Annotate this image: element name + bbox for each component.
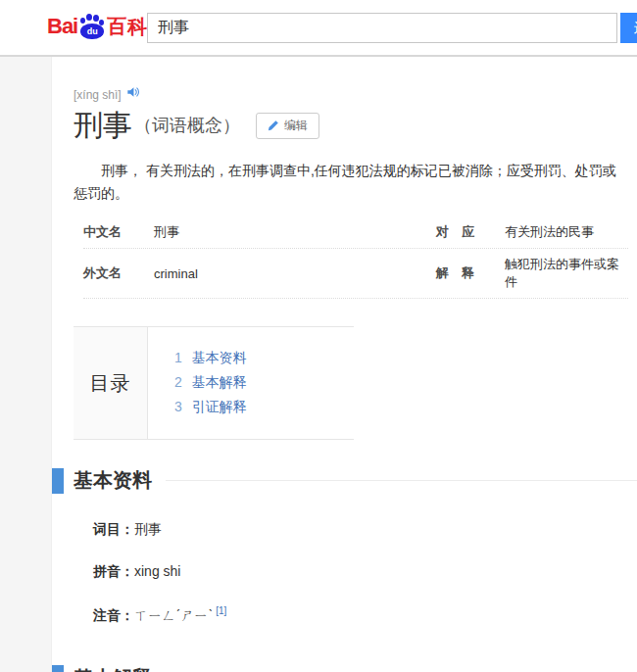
info-label: 对 应 xyxy=(436,223,505,241)
enter-entry-button[interactable]: 进入词条 xyxy=(620,13,637,43)
title-row: 刑事 （词语概念） 编辑 xyxy=(74,108,637,143)
section-basic-info: 基本资料 词目：刑事 拼音：xing shi 注音：ㄒㄧㄥˊㄕㄧˋ[1] xyxy=(74,467,637,626)
section-marker xyxy=(52,468,64,494)
section-title: 基本资料 xyxy=(74,467,152,494)
toc-item-number: 1 xyxy=(174,350,182,365)
pencil-icon xyxy=(268,120,279,131)
info-value: criminal xyxy=(154,266,436,281)
entry-word-line: 词目：刑事 xyxy=(93,519,637,540)
page-title: 刑事 xyxy=(74,108,132,143)
section-basic-explanation: 基本解释 (1) [penal;criminal] 刑事罪[1] xyxy=(74,665,637,672)
title-note: （词语概念） xyxy=(134,114,240,137)
toc-item-number: 2 xyxy=(174,374,182,390)
speaker-icon[interactable] xyxy=(126,85,140,99)
toc-list: 1基本资料 2基本解释 3引证解释 xyxy=(148,327,247,439)
info-label: 外文名 xyxy=(83,264,154,282)
basic-info-box: 中文名 刑事 对 应 有关刑法的民事 外文名 criminal 解 释 触犯刑法… xyxy=(83,216,628,299)
section-title: 基本解释 xyxy=(74,665,152,672)
toc-item-link[interactable]: 基本资料 xyxy=(192,350,247,365)
line-label: 拼音： xyxy=(93,563,134,579)
toc-item-basic-explanation[interactable]: 2基本解释 xyxy=(174,374,247,392)
left-gutter xyxy=(0,57,52,672)
toc-item-number: 3 xyxy=(174,399,182,414)
section-divider xyxy=(166,480,637,481)
info-label: 解 释 xyxy=(436,264,505,282)
info-value: 刑事 xyxy=(154,223,436,241)
baidu-paw-icon: du xyxy=(78,13,106,40)
zhuyin-line: 注音：ㄒㄧㄥˊㄕㄧˋ[1] xyxy=(93,603,637,626)
pinyin-line: 拼音：xing shi xyxy=(93,561,637,582)
top-bar: Bai du 百科 进入词条 xyxy=(0,0,637,57)
page-body: [xíng shì] 刑事 （词语概念） 编辑 刑事， 有关刑法的，在刑事调查中… xyxy=(0,57,637,672)
info-value: 有关刑法的民事 xyxy=(505,223,628,241)
line-label: 注音： xyxy=(93,607,134,623)
info-value: 触犯刑法的事件或案件 xyxy=(505,256,628,291)
baidu-baike-logo[interactable]: Bai du 百科 xyxy=(47,13,148,40)
edit-button-label: 编辑 xyxy=(284,118,308,134)
search-input[interactable] xyxy=(147,13,617,43)
line-text: xing shi xyxy=(134,563,180,579)
toc-item-link[interactable]: 引证解释 xyxy=(192,399,247,414)
toc-item-basic-info[interactable]: 1基本资料 xyxy=(174,350,247,367)
table-of-contents: 目录 1基本资料 2基本解释 3引证解释 xyxy=(74,326,354,440)
toc-item-link[interactable]: 基本解释 xyxy=(192,374,247,390)
section-body: 词目：刑事 拼音：xing shi 注音：ㄒㄧㄥˊㄕㄧˋ[1] xyxy=(74,494,637,626)
logo-text-bai: Bai xyxy=(47,14,77,39)
line-text: ㄒㄧㄥˊㄕㄧˋ xyxy=(134,607,213,623)
line-text: 刑事 xyxy=(134,521,162,537)
line-label: 词目： xyxy=(93,521,134,537)
section-marker xyxy=(52,665,64,672)
entry-content: [xíng shì] 刑事 （词语概念） 编辑 刑事， 有关刑法的，在刑事调查中… xyxy=(52,57,637,672)
section-header: 基本解释 xyxy=(52,665,637,672)
info-row: 外文名 criminal 解 释 触犯刑法的事件或案件 xyxy=(83,249,628,299)
edit-button[interactable]: 编辑 xyxy=(256,113,319,139)
reference-link[interactable]: [1] xyxy=(216,605,226,616)
section-header: 基本资料 xyxy=(52,467,637,494)
pinyin-text: [xíng shì] xyxy=(74,88,122,102)
toc-title: 目录 xyxy=(90,370,131,397)
toc-item-cited-explanation[interactable]: 3引证解释 xyxy=(174,399,247,416)
info-label: 中文名 xyxy=(83,223,154,241)
logo-text-baike: 百科 xyxy=(107,14,148,40)
entry-summary: 刑事， 有关刑法的，在刑事调查中,任何违犯法规的标记已被消除；应受刑罚、处罚或惩… xyxy=(74,160,637,205)
phonetic-row: [xíng shì] xyxy=(74,88,637,102)
toc-title-cell: 目录 xyxy=(74,327,148,439)
logo-text-du: du xyxy=(80,24,104,39)
info-row: 中文名 刑事 对 应 有关刑法的民事 xyxy=(83,216,628,249)
